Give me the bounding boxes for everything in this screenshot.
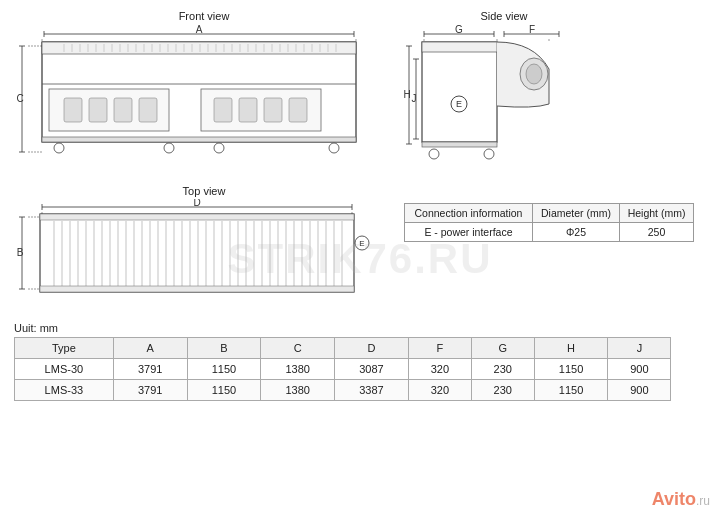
specs-header: J	[608, 338, 671, 359]
svg-text:G: G	[455, 24, 463, 35]
specs-cell-r1-c3: 1380	[261, 380, 335, 401]
svg-point-57	[54, 143, 64, 153]
svg-point-60	[329, 143, 339, 153]
unit-label: Uuit: mm	[14, 322, 706, 334]
svg-rect-56	[42, 137, 356, 142]
conn-row1-col1: E - power interface	[405, 223, 533, 242]
specs-cell-r1-c7: 1150	[534, 380, 608, 401]
specs-header: D	[335, 338, 409, 359]
svg-point-76	[526, 64, 542, 84]
specs-cell-r1-c0: LMS-33	[15, 380, 114, 401]
svg-point-58	[164, 143, 174, 153]
specs-cell-r0-c3: 1380	[261, 359, 335, 380]
avito-logo: Avito.ru	[652, 489, 710, 510]
top-view-label: Top view	[14, 185, 394, 197]
connection-table: Connection information Diameter (mm) Hei…	[404, 203, 694, 242]
specs-header: A	[113, 338, 187, 359]
svg-text:A: A	[196, 24, 203, 35]
specs-header: C	[261, 338, 335, 359]
svg-rect-73	[422, 42, 497, 142]
svg-text:J: J	[412, 93, 417, 104]
top-view-container: Top view D E E B	[14, 185, 394, 314]
specs-cell-r0-c5: 320	[408, 359, 471, 380]
specs-cell-r0-c8: 900	[608, 359, 671, 380]
specs-cell-r1-c8: 900	[608, 380, 671, 401]
top-view-svg: D E E B	[14, 199, 389, 314]
conn-row1-col2: Φ25	[532, 223, 619, 242]
conn-col2-header: Diameter (mm)	[532, 204, 619, 223]
specs-header: F	[408, 338, 471, 359]
svg-point-59	[214, 143, 224, 153]
svg-rect-55	[289, 98, 307, 122]
specs-row: LMS-3337911150138033873202301150900	[15, 380, 671, 401]
side-view-svg: G F H	[404, 24, 599, 179]
svg-text:E: E	[359, 239, 364, 248]
connection-table-container: Connection information Diameter (mm) Hei…	[404, 203, 694, 242]
svg-rect-53	[239, 98, 257, 122]
specs-cell-r0-c6: 230	[471, 359, 534, 380]
svg-text:H: H	[404, 89, 411, 100]
svg-rect-9	[42, 42, 356, 54]
specs-header: G	[471, 338, 534, 359]
front-view-svg: A C	[14, 24, 389, 179]
svg-rect-87	[422, 142, 497, 147]
specs-cell-r0-c0: LMS-30	[15, 359, 114, 380]
specs-header: Type	[15, 338, 114, 359]
specs-cell-r0-c2: 1150	[187, 359, 261, 380]
specs-header: B	[187, 338, 261, 359]
specs-header: H	[534, 338, 608, 359]
conn-col1-header: Connection information	[405, 204, 533, 223]
top-section: Front view A C	[14, 10, 706, 179]
svg-text:F: F	[529, 24, 535, 35]
svg-rect-74	[422, 42, 497, 52]
conn-col3-header: Height (mm)	[620, 204, 694, 223]
front-view-container: Front view A C	[14, 10, 394, 179]
specs-row: LMS-3037911150138030873202301150900	[15, 359, 671, 380]
page: STRIK76.RU Front view A C	[0, 0, 720, 518]
front-view-label: Front view	[14, 10, 394, 22]
svg-text:E: E	[456, 99, 462, 109]
specs-cell-r1-c6: 230	[471, 380, 534, 401]
specs-cell-r1-c2: 1150	[187, 380, 261, 401]
svg-rect-50	[139, 98, 157, 122]
svg-rect-47	[64, 98, 82, 122]
svg-rect-143	[40, 286, 354, 292]
side-view-container: Side view G F	[404, 10, 604, 179]
specs-cell-r1-c5: 320	[408, 380, 471, 401]
svg-rect-105	[40, 214, 354, 220]
svg-rect-52	[214, 98, 232, 122]
avito-domain: .ru	[696, 494, 710, 508]
specs-cell-r1-c1: 3791	[113, 380, 187, 401]
svg-point-89	[484, 149, 494, 159]
svg-point-88	[429, 149, 439, 159]
bottom-section: Uuit: mm TypeABCDFGHJ LMS-30379111501380…	[14, 322, 706, 401]
svg-text:C: C	[16, 93, 23, 104]
specs-cell-r0-c4: 3087	[335, 359, 409, 380]
specs-cell-r1-c4: 3387	[335, 380, 409, 401]
svg-rect-48	[89, 98, 107, 122]
specs-table: TypeABCDFGHJ LMS-30379111501380308732023…	[14, 337, 671, 401]
svg-rect-104	[40, 214, 354, 292]
svg-rect-49	[114, 98, 132, 122]
svg-text:D: D	[193, 199, 200, 208]
svg-text:B: B	[17, 247, 24, 258]
specs-cell-r0-c1: 3791	[113, 359, 187, 380]
specs-cell-r0-c7: 1150	[534, 359, 608, 380]
svg-rect-54	[264, 98, 282, 122]
middle-section: Top view D E E B	[14, 185, 706, 314]
side-view-label: Side view	[404, 10, 604, 22]
conn-row1-col3: 250	[620, 223, 694, 242]
